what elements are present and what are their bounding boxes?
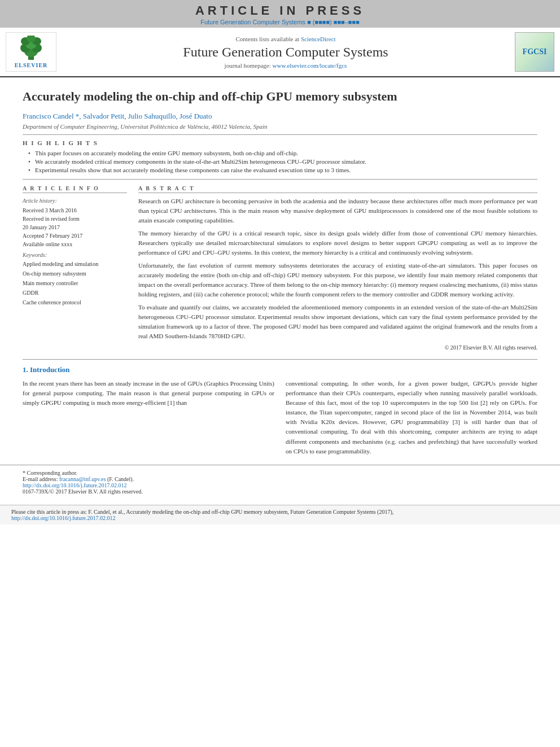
article-history: Article history: Received 3 March 2016 R… [23,196,127,248]
highlights-list: This paper focuses on accurately modelin… [23,150,537,173]
keyword-5: Cache coherence protocol [23,298,127,307]
keyword-2: On-chip memory subsystem [23,269,127,278]
keyword-3: Main memory controller [23,278,127,288]
intro-right: conventional computing. In other words, … [286,379,537,456]
highlight-item-2: We accurately modeled critical memory co… [28,158,537,165]
corresponding-label: * Corresponding author. [23,470,77,476]
journal-header: ELSEVIER Contents lists available at Sci… [0,28,560,77]
email-link[interactable]: fracanna@inf.upv.es [59,476,106,482]
header-center: Contents lists available at ScienceDirec… [56,36,515,69]
thumb-label: FGCSI [523,47,547,56]
article-title: Accurately modeling the on-chip and off-… [23,89,537,105]
keyword-4: GDDR [23,288,127,298]
main-content: Accurately modeling the on-chip and off-… [0,77,560,465]
intro-heading: 1. Introduction [23,365,537,374]
contents-line: Contents lists available at ScienceDirec… [62,36,509,42]
journal-ref: Future Generation Computer Systems ■ (■■… [0,19,560,25]
doi-link[interactable]: http://dx.doi.org/10.1016/j.future.2017.… [23,482,127,488]
intro-left: In the recent years there has been an st… [23,379,274,456]
citation-doi[interactable]: http://dx.doi.org/10.1016/j.future.2017.… [11,515,116,521]
elsevier-logo: ELSEVIER [6,32,56,72]
keywords-label: Keywords: [23,252,127,258]
keyword-1: Applied modeling and simulation [23,259,127,269]
abstract-heading: A B S T R A C T [138,185,537,193]
divider-2 [23,179,537,180]
received-date: Received 3 March 2016 [23,206,127,215]
history-label: Article history: [23,196,127,205]
highlight-item-3: Experimental results show that not accur… [28,167,537,173]
citation-text: Please cite this article in press as: F.… [11,509,393,515]
corresponding-author-note: * Corresponding author. [23,470,537,476]
authors: Francisco Candel *, Salvador Petit, Juli… [23,112,537,121]
homepage-text: journal homepage: [225,62,271,69]
doi-line: http://dx.doi.org/10.1016/j.future.2017.… [23,482,537,488]
banner-title: ARTICLE IN PRESS [0,3,560,18]
homepage-link[interactable]: www.elsevier.com/locate/fgcs [273,62,347,69]
article-info-col: A R T I C L E I N F O Article history: R… [23,185,127,351]
article-info-heading: A R T I C L E I N F O [23,185,127,193]
abstract-para-1: Research on GPU architecture is becoming… [138,196,537,225]
abstract-para-2: The memory hierarchy of the GPU is a cri… [138,229,537,257]
sciencedirect-link[interactable]: ScienceDirect [301,36,336,42]
email-line: E-mail address: fracanna@inf.upv.es (F. … [23,476,537,482]
available-online: Available online xxxx [23,240,127,248]
info-abstract-section: A R T I C L E I N F O Article history: R… [23,185,537,351]
abstract-copyright: © 2017 Elsevier B.V. All rights reserved… [138,344,537,351]
footer-copyright: 0167-739X/© 2017 Elsevier B.V. All right… [23,488,537,495]
footer-notes: * Corresponding author. E-mail address: … [0,465,560,499]
intro-cols: In the recent years there has been an st… [23,379,537,456]
affiliation: Department of Computer Engineering, Univ… [23,123,537,130]
journal-thumbnail: FGCSI [515,32,554,72]
email-label: E-mail address: [23,476,58,482]
abstract-para-3: Unfortunately, the fast evolution of cur… [138,261,537,299]
journal-title: Future Generation Computer Systems [62,45,509,60]
received-revised-label: Received in revised form [23,215,127,223]
email-suffix: (F. Candel). [107,476,134,482]
divider-3 [23,359,537,360]
highlights-heading: H I G H L I G H T S [23,139,537,146]
page: ARTICLE IN PRESS Future Generation Compu… [0,0,560,747]
abstract-para-4: To evaluate and quantify our claims, we … [138,303,537,341]
elsevier-tree-icon [14,36,48,61]
abstract-col: A B S T R A C T Research on GPU architec… [138,185,537,351]
homepage-line: journal homepage: www.elsevier.com/locat… [62,62,509,69]
highlight-item-1: This paper focuses on accurately modelin… [28,150,537,156]
keywords-list: Applied modeling and simulation On-chip … [23,259,127,307]
divider-1 [23,134,537,135]
citation-bar: Please cite this article in press as: F.… [0,505,560,525]
elsevier-label: ELSEVIER [15,62,48,68]
abstract-text: Research on GPU architecture is becoming… [138,196,537,342]
accepted-date: Accepted 7 February 2017 [23,231,127,240]
article-in-press-banner: ARTICLE IN PRESS Future Generation Compu… [0,0,560,28]
revised-date: 20 January 2017 [23,223,127,231]
contents-text: Contents lists available at [235,36,299,42]
